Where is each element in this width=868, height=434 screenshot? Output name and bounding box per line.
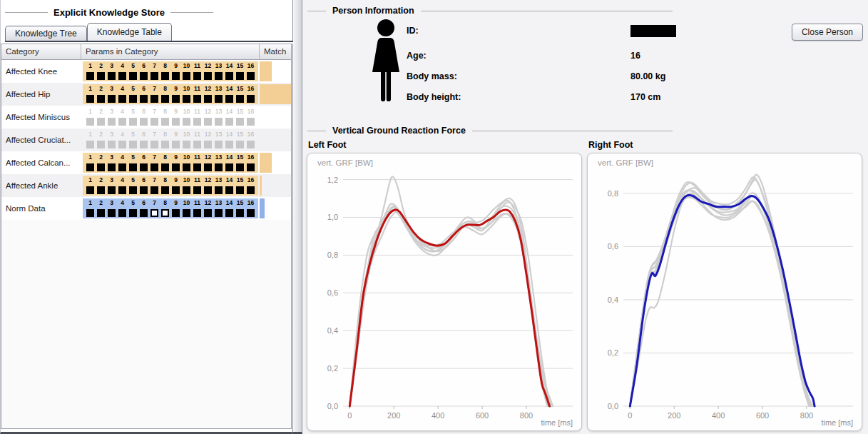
param-checkbox[interactable] <box>129 186 137 194</box>
param-checkbox[interactable] <box>97 163 105 171</box>
param-checkbox[interactable] <box>118 163 126 171</box>
param-checkbox[interactable] <box>150 186 158 194</box>
category-cell[interactable]: Affected Hip <box>1 90 81 99</box>
param-checkbox[interactable] <box>225 209 233 217</box>
param-checkbox[interactable] <box>183 186 190 194</box>
param-checkbox[interactable] <box>225 95 233 103</box>
tab-knowledge-tree[interactable]: Knowledge Tree <box>5 26 87 41</box>
param-checkbox[interactable] <box>150 72 158 80</box>
param-checkbox[interactable] <box>204 186 212 194</box>
param-checkbox[interactable] <box>150 209 158 217</box>
param-checkbox[interactable] <box>183 209 190 217</box>
param-checkbox[interactable] <box>86 72 94 80</box>
param-checkbox[interactable] <box>97 186 105 194</box>
param-checkbox[interactable] <box>86 186 94 194</box>
param-checkbox[interactable] <box>118 186 126 194</box>
param-checkbox[interactable] <box>172 186 180 194</box>
param-checkbox[interactable] <box>193 163 201 171</box>
param-checkbox[interactable] <box>108 95 116 103</box>
param-checkbox[interactable] <box>247 209 255 217</box>
param-checkbox[interactable] <box>161 163 169 171</box>
param-checkbox[interactable] <box>118 209 126 217</box>
category-cell[interactable]: Affected Ankle <box>1 181 81 190</box>
category-cell[interactable]: Affected Cruciat... <box>1 136 81 144</box>
column-header-category[interactable]: Category <box>1 44 81 59</box>
param-checkbox[interactable] <box>108 186 116 194</box>
param-checkbox[interactable] <box>108 163 116 171</box>
param-checkbox[interactable] <box>118 72 126 80</box>
param-checkbox[interactable] <box>118 95 126 103</box>
param-checkbox[interactable] <box>108 72 116 80</box>
param-checkbox[interactable] <box>225 163 233 171</box>
param-checkbox[interactable] <box>215 209 223 217</box>
table-row[interactable]: Affected Calcan...1234567891011121314151… <box>1 151 291 174</box>
param-checkbox[interactable] <box>129 95 137 103</box>
param-checkbox[interactable] <box>193 186 201 194</box>
column-header-params[interactable]: Params in Category <box>81 44 260 59</box>
param-checkbox[interactable] <box>97 95 105 103</box>
param-checkbox[interactable] <box>150 95 158 103</box>
param-checkbox[interactable] <box>247 95 255 103</box>
param-checkbox[interactable] <box>129 163 137 171</box>
param-checkbox[interactable] <box>172 163 180 171</box>
param-checkbox[interactable] <box>161 95 169 103</box>
param-checkbox[interactable] <box>161 186 169 194</box>
param-checkbox[interactable] <box>236 95 244 103</box>
param-checkbox[interactable] <box>204 163 212 171</box>
table-row[interactable]: Norm Data12345678910111213141516 <box>1 197 291 220</box>
param-checkbox[interactable] <box>225 72 233 80</box>
param-checkbox[interactable] <box>247 163 255 171</box>
column-header-match[interactable]: Match <box>260 44 291 59</box>
param-checkbox[interactable] <box>97 209 105 217</box>
param-checkbox[interactable] <box>140 163 148 171</box>
param-checkbox[interactable] <box>193 95 201 103</box>
param-checkbox[interactable] <box>215 95 223 103</box>
table-row[interactable]: Affected Miniscus12345678910111213141516 <box>1 106 291 128</box>
close-person-button[interactable]: Close Person <box>792 24 863 41</box>
param-checkbox[interactable] <box>204 95 212 103</box>
param-checkbox[interactable] <box>86 95 94 103</box>
table-row[interactable]: Affected Knee12345678910111213141516 <box>1 60 291 83</box>
param-checkbox[interactable] <box>236 163 244 171</box>
param-checkbox[interactable] <box>172 72 180 80</box>
category-cell[interactable]: Affected Calcan... <box>1 158 81 167</box>
param-checkbox[interactable] <box>86 209 94 217</box>
category-cell[interactable]: Norm Data <box>1 204 81 213</box>
table-row[interactable]: Affected Hip12345678910111213141516 <box>1 83 291 106</box>
panel-splitter[interactable] <box>292 0 302 434</box>
param-checkbox[interactable] <box>236 72 244 80</box>
param-checkbox[interactable] <box>108 209 116 217</box>
tab-knowledge-table[interactable]: Knowledge Table <box>87 23 172 41</box>
param-checkbox[interactable] <box>129 209 137 217</box>
param-checkbox[interactable] <box>183 72 190 80</box>
param-checkbox[interactable] <box>204 209 212 217</box>
param-checkbox[interactable] <box>193 209 201 217</box>
param-checkbox[interactable] <box>150 163 158 171</box>
param-checkbox[interactable] <box>172 209 180 217</box>
param-checkbox[interactable] <box>97 72 105 80</box>
category-cell[interactable]: Affected Miniscus <box>1 113 81 121</box>
param-checkbox[interactable] <box>140 186 148 194</box>
param-checkbox[interactable] <box>140 95 148 103</box>
param-checkbox[interactable] <box>161 72 169 80</box>
param-checkbox[interactable] <box>247 72 255 80</box>
param-checkbox[interactable] <box>86 163 94 171</box>
param-checkbox[interactable] <box>129 72 137 80</box>
param-checkbox[interactable] <box>140 209 148 217</box>
param-checkbox[interactable] <box>140 72 148 80</box>
table-row[interactable]: Affected Ankle12345678910111213141516 <box>1 174 291 197</box>
param-checkbox[interactable] <box>236 209 244 217</box>
param-checkbox[interactable] <box>183 163 190 171</box>
param-checkbox[interactable] <box>247 186 255 194</box>
table-row[interactable]: Affected Cruciat...123456789101112131415… <box>1 128 291 151</box>
param-checkbox[interactable] <box>172 95 180 103</box>
param-checkbox[interactable] <box>236 186 244 194</box>
param-checkbox[interactable] <box>215 186 223 194</box>
param-checkbox[interactable] <box>183 95 190 103</box>
param-checkbox[interactable] <box>193 72 201 80</box>
category-cell[interactable]: Affected Knee <box>1 67 81 76</box>
param-checkbox[interactable] <box>161 209 169 217</box>
param-checkbox[interactable] <box>204 72 212 80</box>
param-checkbox[interactable] <box>225 186 233 194</box>
param-checkbox[interactable] <box>215 72 223 80</box>
